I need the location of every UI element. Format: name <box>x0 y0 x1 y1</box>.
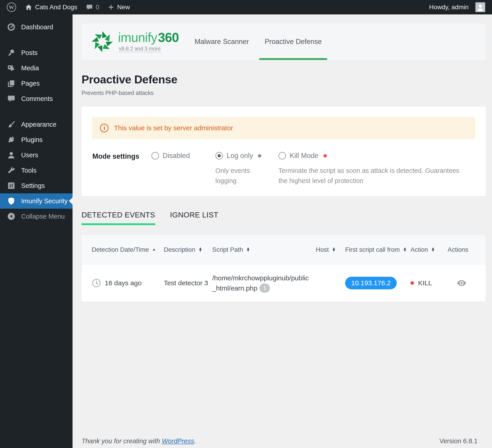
radio-disabled-control[interactable] <box>151 152 159 160</box>
radio-kill-mode[interactable]: Kill Mode <box>278 152 475 160</box>
sidebar-item-users[interactable]: Users <box>0 147 72 163</box>
thanks-suffix: . <box>194 438 196 445</box>
cell-action: KILL <box>410 279 448 287</box>
sort-asc-icon[interactable]: ▲ <box>152 247 156 252</box>
sidebar-item-label: Posts <box>21 49 38 57</box>
sort-both-icon[interactable]: ▲▼ <box>431 247 435 252</box>
gauge-icon <box>7 23 16 31</box>
account-menu[interactable]: Howdy, admin <box>429 2 485 12</box>
cell-first-script-call: 10.193.176.2 <box>345 277 410 289</box>
radio-log-only[interactable]: Log only <box>215 152 278 160</box>
radio-log-only-control[interactable] <box>215 152 223 160</box>
table-row: 16 days ago Test detector 3 /home/mkrcho… <box>82 264 486 302</box>
sidebar-item-dashboard[interactable]: Dashboard <box>0 19 72 35</box>
footer-version: Version 6.8.1 <box>440 438 478 445</box>
log-only-description: Only events logging <box>215 166 260 186</box>
sidebar-item-media[interactable]: Media <box>0 60 72 76</box>
sidebar-item-label: Media <box>21 64 39 72</box>
home-icon <box>25 3 32 11</box>
plugin-tabs: Malware Scanner Proactive Defense <box>189 23 332 60</box>
comment-icon <box>7 94 16 103</box>
radio-kill-mode-control[interactable] <box>278 152 286 160</box>
table-header: Detection Date/Time ▲ Description ▲▼ Scr… <box>82 235 486 264</box>
sidebar-item-pages[interactable]: Pages <box>0 76 72 91</box>
sort-both-icon[interactable]: ▲▼ <box>246 247 250 252</box>
mode-option-disabled: Disabled <box>151 152 215 186</box>
column-host[interactable]: Host ▲▼ <box>316 245 345 254</box>
sidebar-item-label: Plugins <box>21 136 42 144</box>
sidebar-item-imunify-security[interactable]: Imunify Security <box>0 193 72 209</box>
mode-option-kill-mode: Kill Mode Terminate the script as soon a… <box>278 152 475 186</box>
version-link[interactable]: v8.6.2 and 3 more <box>119 46 161 52</box>
sort-both-icon[interactable]: ▲▼ <box>403 247 407 252</box>
cell-detection-date: 16 days ago <box>92 278 164 288</box>
log-only-status-dot <box>258 154 261 157</box>
cell-script-path: /home/mkrchowppluginub/public_html/earn.… <box>212 273 311 293</box>
brand-number: 360 <box>158 31 179 44</box>
cell-actions <box>448 278 476 288</box>
column-action[interactable]: Action ▲▼ <box>410 245 448 254</box>
mode-option-log-only: Log only Only events logging <box>215 152 278 186</box>
footer-thanks: Thank you for creating with WordPress. <box>82 438 196 445</box>
new-content-menu[interactable]: New <box>108 4 130 11</box>
detected-events-table: Detection Date/Time ▲ Description ▲▼ Scr… <box>82 235 486 302</box>
mode-settings-row: Mode settings Disabled Log only Only eve… <box>92 152 475 186</box>
tab-malware-scanner[interactable]: Malware Scanner <box>189 23 254 60</box>
action-text: KILL <box>418 279 432 287</box>
imunify-logo-text: imunify 360 <box>118 31 179 44</box>
sidebar-item-settings[interactable]: Settings <box>0 178 72 193</box>
tab-proactive-defense[interactable]: Proactive Defense <box>259 23 327 60</box>
new-label: New <box>117 4 130 11</box>
sidebar-item-label: Settings <box>21 182 45 189</box>
sidebar-item-label: Tools <box>21 167 37 174</box>
admin-notice: i This value is set by server administra… <box>92 117 475 139</box>
sidebar-item-tools[interactable]: Tools <box>0 163 72 178</box>
sidebar-item-plugins[interactable]: Plugins <box>0 132 72 147</box>
events-tabs: DETECTED EVENTS IGNORE LIST <box>82 211 486 225</box>
comments-shortcut[interactable]: 0 <box>86 4 99 11</box>
brand-word: imunify <box>118 31 157 44</box>
wrench-icon <box>7 166 16 175</box>
sidebar-item-posts[interactable]: Posts <box>0 45 72 60</box>
column-detection-date[interactable]: Detection Date/Time ▲ <box>92 245 164 254</box>
sidebar-item-appearance[interactable]: Appearance <box>0 117 72 132</box>
wordpress-logo-menu[interactable]: W <box>7 2 16 12</box>
howdy-text: Howdy, admin <box>429 4 469 11</box>
kill-mode-status-dot <box>324 154 327 157</box>
radio-log-only-label: Log only <box>227 152 253 160</box>
sort-both-icon[interactable]: ▲▼ <box>332 247 336 252</box>
thanks-prefix: Thank you for creating with <box>82 438 162 445</box>
wordpress-logo-icon: W <box>7 2 16 12</box>
radio-kill-mode-label: Kill Mode <box>290 152 318 160</box>
sidebar-item-label: Users <box>21 151 38 159</box>
ip-address-pill[interactable]: 10.193.176.2 <box>345 277 397 289</box>
site-link[interactable]: Cats And Dogs <box>25 3 77 11</box>
imunify-header-card: imunify 360 v8.6.2 and 3 more Malware Sc… <box>82 23 486 60</box>
radio-disabled[interactable]: Disabled <box>151 152 215 160</box>
main-content: imunify 360 v8.6.2 and 3 more Malware Sc… <box>72 14 492 448</box>
collapse-menu-button[interactable]: Collapse Menu <box>0 209 72 224</box>
page-title: Proactive Defense <box>82 73 486 86</box>
path-count-badge[interactable]: 1 <box>259 283 270 293</box>
plus-icon <box>108 4 114 10</box>
imunify-pinwheel-icon <box>91 30 114 53</box>
tab-ignore-list[interactable]: IGNORE LIST <box>170 211 218 225</box>
column-first-script-call[interactable]: First script call from ▲▼ <box>345 245 410 254</box>
column-description[interactable]: Description ▲▼ <box>164 245 212 254</box>
sidebar-item-label: Comments <box>21 95 53 103</box>
admin-bar: W Cats And Dogs 0 New Howdy, admin <box>0 0 492 14</box>
kill-mode-description: Terminate the script as soon as attack i… <box>278 166 470 186</box>
column-actions: Actions <box>448 245 476 254</box>
notice-text: This value is set by server administrato… <box>114 124 233 132</box>
wordpress-link[interactable]: WordPress <box>162 438 194 445</box>
view-details-eye-icon[interactable] <box>456 278 467 288</box>
admin-footer: Thank you for creating with WordPress. V… <box>82 438 478 445</box>
sidebar-item-label: Dashboard <box>21 23 53 31</box>
sidebar-item-comments[interactable]: Comments <box>0 91 72 106</box>
tab-detected-events[interactable]: DETECTED EVENTS <box>82 211 155 225</box>
comment-bubble-icon <box>86 4 93 11</box>
column-script-path[interactable]: Script Path ▲▼ <box>212 245 316 254</box>
mode-settings-label: Mode settings <box>92 152 151 186</box>
comments-count: 0 <box>96 4 99 11</box>
sort-both-icon[interactable]: ▲▼ <box>198 247 202 252</box>
